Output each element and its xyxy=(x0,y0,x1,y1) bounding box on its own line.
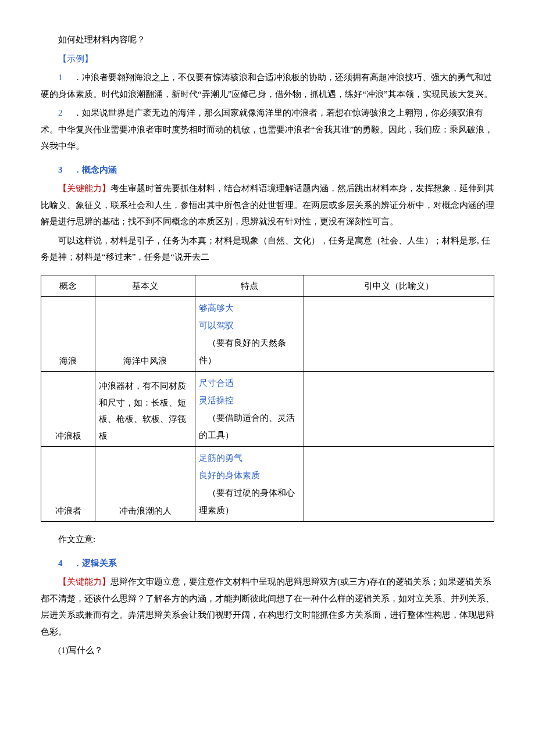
key-ability-label-2: 【关键能力】 xyxy=(58,577,110,586)
section-3-para-2: 可以这样说，材料是引子，任务为本真；材料是现象（自然、文化），任务是寓意（社会、… xyxy=(41,232,494,266)
cell-concept-board: 冲浪板 xyxy=(41,372,95,447)
section-3-para-1: 【关键能力】考生审题时首先要抓住材料，结合材料语境理解话题内涵，然后跳出材料本身… xyxy=(41,180,494,230)
cell-feature-board: 尺寸合适 灵活操控 （要借助适合的、灵活的工具） xyxy=(195,372,304,447)
concept-table: 概念 基本义 特点 引申义（比喻义） 海浪 海洋中风浪 够高够大 可以驾驭 （要… xyxy=(41,275,494,522)
example-1-number: 1 xyxy=(58,73,63,82)
feature-wave-line2: 可以驾驭 xyxy=(199,321,234,330)
cell-concept-surfer: 冲浪者 xyxy=(41,447,95,522)
table-row: 冲浪板 冲浪器材，有不同材质和尺寸，如：长板、短板、枪板、软板、浮筏板 尺寸合适… xyxy=(41,372,494,447)
section-3-heading: 3 ．概念内涵 xyxy=(41,162,494,178)
section-4-number: 4 xyxy=(58,558,63,568)
feature-wave-line1: 够高够大 xyxy=(199,303,234,313)
feature-board-line1: 尺寸合适 xyxy=(199,378,234,388)
cell-basic-wave: 海洋中风浪 xyxy=(95,297,195,372)
cell-feature-surfer: 足筋的勇气 良好的身体素质 （要有过硬的身体和心理素质） xyxy=(195,447,304,522)
cell-ext-surfer xyxy=(304,447,494,522)
section-4-title: ．逻辑关系 xyxy=(73,558,117,568)
cell-basic-surfer: 冲击浪潮的人 xyxy=(95,447,195,522)
example-label-text: 【示例】 xyxy=(58,54,93,63)
feature-surfer-note: （要有过硬的身体和心理素质） xyxy=(199,488,295,515)
essay-theme-label: 作文立意: xyxy=(41,531,494,548)
table-row: 冲浪者 冲击浪潮的人 足筋的勇气 良好的身体素质 （要有过硬的身体和心理素质） xyxy=(41,447,494,522)
col-concept: 概念 xyxy=(41,275,95,297)
question-intro: 如何处理材料内容呢？ xyxy=(41,31,494,48)
table-row: 海浪 海洋中风浪 够高够大 可以驾驭 （要有良好的天然条件） xyxy=(41,297,494,372)
col-extended-meaning: 引申义（比喻义） xyxy=(304,275,494,297)
key-ability-label: 【关键能力】 xyxy=(58,184,110,193)
feature-wave-note: （要有良好的天然条件） xyxy=(199,338,286,365)
table-header-row: 概念 基本义 特点 引申义（比喻义） xyxy=(41,275,494,297)
feature-board-line2: 灵活操控 xyxy=(199,396,234,405)
cell-ext-board xyxy=(304,372,494,447)
section-4-para: 【关键能力】思辩作文审题立意，要注意作文材料中呈现的思辩思辩双方(或三方)存在的… xyxy=(41,574,494,640)
example-2-text: ．如果说世界是广袤无边的海洋，那么国家就像海洋里的冲浪者，若想在惊涛骇浪之上翱翔… xyxy=(41,108,493,151)
cell-basic-board: 冲浪器材，有不同材质和尺寸，如：长板、短板、枪板、软板、浮筏板 xyxy=(95,372,195,447)
cell-feature-wave: 够高够大 可以驾驭 （要有良好的天然条件） xyxy=(195,297,304,372)
question-1: (1)写什么？ xyxy=(41,642,494,659)
example-label: 【示例】 xyxy=(41,51,494,67)
section-3-title: ．概念内涵 xyxy=(73,165,117,174)
example-2-number: 2 xyxy=(58,108,63,117)
cell-ext-wave xyxy=(304,297,494,372)
section-4-heading: 4 ．逻辑关系 xyxy=(41,555,494,572)
example-1-text: ．冲浪者要翱翔海浪之上，不仅要有惊涛骇浪和合适冲浪板的协助，还须拥有高超冲浪技巧… xyxy=(41,73,493,99)
col-basic-meaning: 基本义 xyxy=(95,275,195,297)
cell-concept-wave: 海浪 xyxy=(41,297,95,372)
feature-surfer-line1: 足筋的勇气 xyxy=(199,453,242,463)
example-2: 2 ．如果说世界是广袤无边的海洋，那么国家就像海洋里的冲浪者，若想在惊涛骇浪之上… xyxy=(41,105,494,155)
feature-board-note: （要借助适合的、灵活的工具） xyxy=(199,413,295,440)
feature-surfer-line2: 良好的身体素质 xyxy=(199,471,260,480)
col-feature: 特点 xyxy=(195,275,304,297)
example-1: 1 ．冲浪者要翱翔海浪之上，不仅要有惊涛骇浪和合适冲浪板的协助，还须拥有高超冲浪… xyxy=(41,69,494,102)
section-3-number: 3 xyxy=(58,165,63,174)
